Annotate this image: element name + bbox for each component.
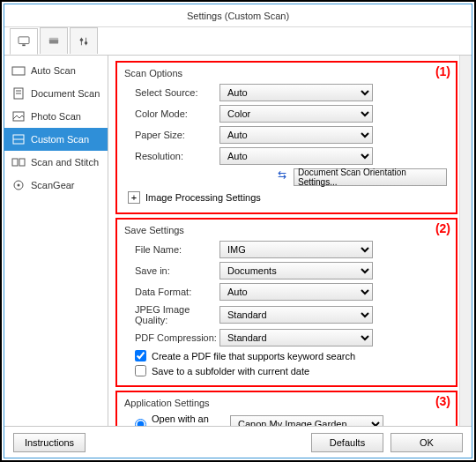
footer-bar: Instructions Defaults OK (4, 426, 472, 458)
svg-rect-1 (22, 44, 25, 46)
svg-point-18 (18, 184, 20, 187)
color-mode-label: Color Mode: (124, 108, 219, 119)
jpeg-quality-dropdown[interactable]: Standard (219, 306, 373, 324)
annotation-1: (1) (435, 64, 450, 78)
data-format-dropdown[interactable]: Auto (219, 283, 373, 301)
vertical-scrollbar[interactable] (459, 56, 472, 426)
scangear-icon (11, 179, 26, 191)
mode-tab-bar (4, 27, 472, 56)
mode-tab-scan-from-panel[interactable] (40, 27, 68, 54)
defaults-button[interactable]: Defaults (311, 433, 383, 452)
scanner-icon (48, 36, 60, 47)
paper-size-dropdown[interactable]: Auto (219, 126, 373, 144)
application-settings-group: (3) Application Settings Open with an ap… (115, 391, 457, 426)
mode-tab-scan-from-pc[interactable] (10, 28, 38, 55)
svg-rect-15 (12, 159, 18, 166)
svg-rect-16 (19, 159, 25, 166)
paper-size-label: Paper Size: (124, 130, 219, 140)
subfolder-date-checkbox[interactable] (135, 365, 146, 376)
sidebar: Auto Scan Document Scan Photo Scan Custo… (4, 56, 108, 426)
pdf-compression-dropdown[interactable]: Standard (219, 329, 373, 346)
sidebar-item-label: Scan and Stitch (31, 157, 99, 168)
jpeg-quality-label: JPEG Image Quality: (124, 304, 219, 325)
scan-options-title: Scan Options (124, 68, 449, 78)
svg-rect-8 (12, 67, 25, 75)
sidebar-item-document-scan[interactable]: Document Scan (4, 82, 108, 105)
custom-scan-icon (11, 133, 26, 145)
stitch-icon (11, 156, 26, 168)
mode-tab-general[interactable] (70, 27, 98, 54)
orientation-settings-button[interactable]: Document Scan Orientation Settings... (294, 168, 447, 186)
open-app-radio[interactable] (135, 419, 146, 427)
annotation-2: (2) (435, 221, 450, 235)
file-name-field[interactable]: IMG (219, 241, 373, 258)
save-in-dropdown[interactable]: Documents (219, 262, 373, 279)
main-panel: (1) Scan Options Select Source: Auto Col… (108, 56, 472, 426)
svg-point-6 (80, 38, 83, 41)
keyword-search-label: Create a PDF file that supports keyword … (152, 351, 355, 361)
data-format-label: Data Format: (124, 287, 219, 297)
annotation-3: (3) (435, 394, 450, 408)
open-app-dropdown[interactable]: Canon My Image Garden (230, 415, 383, 426)
sidebar-item-photo-scan[interactable]: Photo Scan (4, 105, 108, 128)
image-processing-label: Image Processing Settings (145, 192, 261, 203)
save-settings-title: Save Settings (124, 225, 449, 235)
scan-options-group: (1) Scan Options Select Source: Auto Col… (115, 61, 457, 214)
svg-point-7 (85, 41, 87, 44)
application-settings-title: Application Settings (124, 398, 449, 408)
plus-icon: + (128, 191, 140, 204)
save-settings-group: (2) Save Settings File Name: IMG Save in… (115, 218, 457, 387)
auto-scan-icon (11, 64, 26, 77)
file-name-label: File Name: (124, 244, 219, 255)
color-mode-dropdown[interactable]: Color (219, 105, 373, 123)
sliders-icon (78, 36, 90, 47)
resolution-label: Resolution: (124, 151, 219, 161)
select-source-dropdown[interactable]: Auto (219, 84, 373, 101)
resolution-dropdown[interactable]: Auto (219, 147, 373, 165)
pdf-compression-label: PDF Compression: (124, 332, 219, 343)
window-title: Settings (Custom Scan) (4, 4, 472, 27)
refresh-arrows-icon[interactable]: ⇆ (278, 168, 286, 186)
sidebar-item-label: Custom Scan (31, 134, 89, 145)
open-app-label: Open with an application: (152, 414, 230, 426)
sidebar-item-scan-and-stitch[interactable]: Scan and Stitch (4, 151, 108, 174)
sidebar-item-scangear[interactable]: ScanGear (4, 174, 108, 197)
sidebar-item-label: Document Scan (31, 88, 100, 99)
sidebar-item-label: Photo Scan (31, 111, 81, 122)
monitor-icon (18, 36, 30, 47)
keyword-search-checkbox[interactable] (135, 350, 146, 361)
save-in-label: Save in: (124, 265, 219, 276)
sidebar-item-label: ScanGear (31, 180, 75, 190)
document-scan-icon (11, 87, 26, 100)
svg-rect-0 (19, 37, 29, 44)
subfolder-date-label: Save to a subfolder with current date (152, 366, 309, 376)
photo-scan-icon (11, 110, 26, 123)
sidebar-item-label: Auto Scan (31, 65, 76, 76)
svg-rect-12 (13, 112, 24, 121)
instructions-button[interactable]: Instructions (13, 433, 86, 452)
sidebar-item-auto-scan[interactable]: Auto Scan (4, 59, 108, 82)
select-source-label: Select Source: (124, 87, 219, 98)
sidebar-item-custom-scan[interactable]: Custom Scan (4, 128, 108, 151)
image-processing-expand[interactable]: + Image Processing Settings (124, 191, 449, 204)
ok-button[interactable]: OK (390, 433, 463, 452)
svg-rect-3 (49, 37, 58, 40)
